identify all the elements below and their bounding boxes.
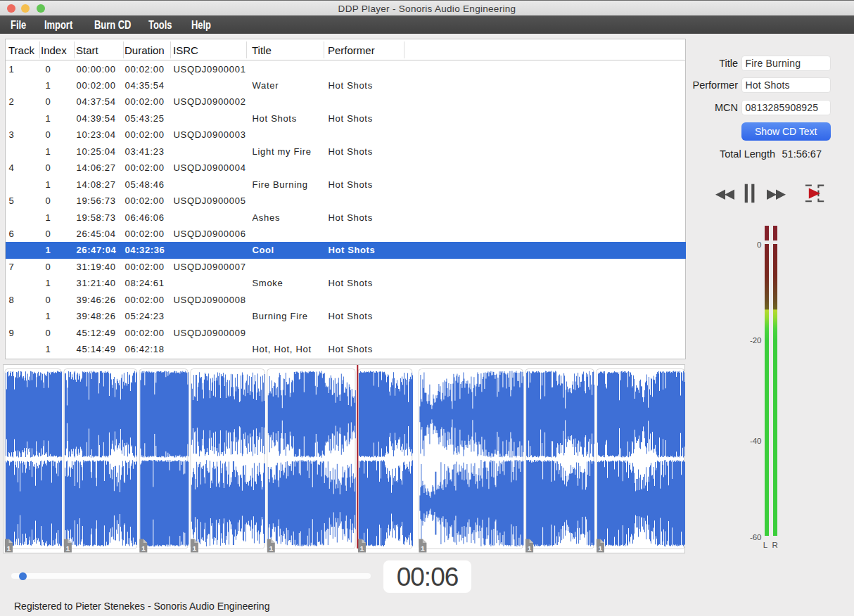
svg-text:1: 1 xyxy=(141,544,146,551)
svg-text:1: 1 xyxy=(598,544,602,551)
svg-text:1: 1 xyxy=(65,544,70,551)
svg-text:1: 1 xyxy=(269,544,273,551)
svg-text:1: 1 xyxy=(192,544,196,551)
svg-text:1: 1 xyxy=(6,544,11,551)
svg-text:1: 1 xyxy=(421,544,425,551)
svg-text:1: 1 xyxy=(359,544,364,551)
svg-text:1: 1 xyxy=(527,544,531,551)
